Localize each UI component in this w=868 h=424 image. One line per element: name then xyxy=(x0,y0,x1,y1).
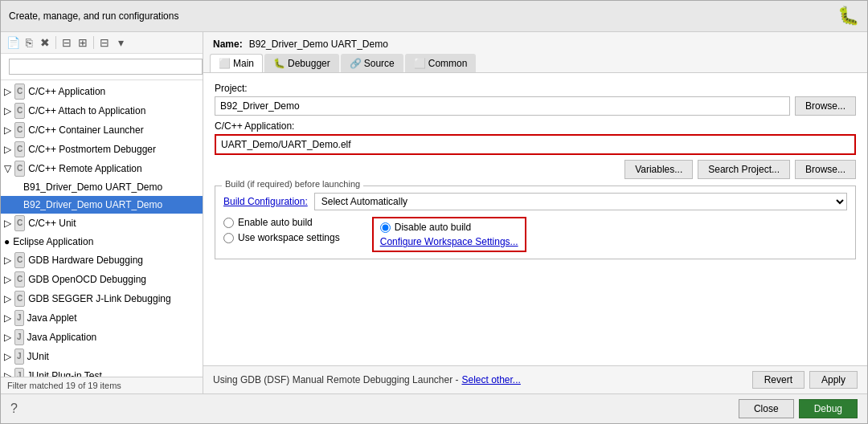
tree-item-java-app[interactable]: ▷ J Java Application xyxy=(1,328,203,347)
export-config-button[interactable]: ⊟ xyxy=(59,35,74,50)
name-label: Name: xyxy=(213,39,243,50)
radio-disable-auto-input[interactable] xyxy=(380,222,391,233)
tree-item-cc-unit[interactable]: ▷ C C/C++ Unit xyxy=(1,214,203,233)
tree-item-label: GDB Hardware Debugging xyxy=(28,253,143,267)
tab-main[interactable]: ⬜ Main xyxy=(210,54,263,72)
tree-item-label: B91_Driver_Demo UART_Demo xyxy=(23,180,162,194)
tree-item-eclipse-app[interactable]: ● Eclipse Application xyxy=(1,233,203,251)
variables-button[interactable]: Variables... xyxy=(624,160,693,179)
tree-item-cc-app[interactable]: ▷ C C/C++ Application xyxy=(1,82,203,101)
expand-arrow-icon: ▷ xyxy=(4,216,11,230)
tree-item-b92-demo[interactable]: B92_Driver_Demo UART_Demo xyxy=(1,196,203,214)
debugger-tab-icon: 🐛 xyxy=(273,58,285,69)
duplicate-config-button[interactable]: ⎘ xyxy=(22,35,36,50)
bottom-right: Revert Apply xyxy=(752,371,858,389)
highlighted-radio-section: Disable auto build Configure Workspace S… xyxy=(372,217,526,252)
cc-postmortem-icon: C xyxy=(14,141,25,157)
tree-item-java-applet[interactable]: ▷ J Java Applet xyxy=(1,308,203,328)
build-config-select[interactable]: Select Automatically xyxy=(314,193,847,210)
radio-workspace: Use workspace settings xyxy=(223,232,340,243)
toolbar-separator2 xyxy=(93,36,94,49)
radio-workspace-input[interactable] xyxy=(223,233,234,243)
radio-enable-auto-input[interactable] xyxy=(223,218,234,228)
tree-item-junit[interactable]: ▷ J JUnit xyxy=(1,347,203,366)
radio-disable-auto: Disable auto build xyxy=(380,222,518,233)
help-icon[interactable]: ? xyxy=(10,402,18,416)
revert-button[interactable]: Revert xyxy=(752,371,805,389)
content-area: Project: Browse... C/C++ Application: Va… xyxy=(203,73,867,365)
app-label: C/C++ Application: xyxy=(215,120,856,132)
main-tab-icon: ⬜ xyxy=(219,58,231,69)
search-container xyxy=(1,54,203,80)
tab-source[interactable]: 🔗 Source xyxy=(341,54,403,72)
radio-disable-auto-label: Disable auto build xyxy=(395,222,471,233)
menu-button[interactable]: ▾ xyxy=(113,35,128,50)
tab-common-label: Common xyxy=(428,58,468,69)
filter-text: Filter matched 19 of 19 items xyxy=(7,381,121,390)
tree-item-gdb-ocd[interactable]: ▷ C GDB OpenOCD Debugging xyxy=(1,270,203,289)
app-input[interactable] xyxy=(215,134,856,155)
app-browse-button[interactable]: Browse... xyxy=(795,160,856,179)
import-config-button[interactable]: ⊞ xyxy=(76,35,90,50)
bottom-bar: Using GDB (DSF) Manual Remote Debugging … xyxy=(203,365,867,393)
tree-item-junit-plugin[interactable]: ▷ J JUnit Plug-in Test xyxy=(1,366,203,377)
app-row xyxy=(215,134,856,155)
tree-item-gdb-seg[interactable]: ▷ C GDB SEGGER J-Link Debugging xyxy=(1,289,203,308)
tree-item-label: C/C++ Container Launcher xyxy=(28,123,143,137)
close-button[interactable]: Close xyxy=(739,399,794,418)
tree-item-b91-demo[interactable]: B91_Driver_Demo UART_Demo xyxy=(1,178,203,196)
left-toolbar: 📄 ⎘ ✖ ⊟ ⊞ ⊟ ▾ xyxy=(1,32,203,54)
tree-item-label: Java Applet xyxy=(27,311,77,325)
configure-workspace-link[interactable]: Configure Workspace Settings... xyxy=(380,236,518,247)
search-project-button[interactable]: Search Project... xyxy=(698,160,790,179)
tree-item-label: C/C++ Attach to Application xyxy=(28,104,145,118)
apply-button[interactable]: Apply xyxy=(809,371,858,389)
radio-enable-auto-label: Enable auto build xyxy=(238,217,313,228)
build-section-title: Build (if required) before launching xyxy=(222,179,363,189)
source-tab-icon: 🔗 xyxy=(350,58,362,69)
expand-arrow-icon: ▽ xyxy=(4,161,11,176)
cc-unit-icon: C xyxy=(14,215,25,231)
select-other-link[interactable]: Select other... xyxy=(461,374,520,385)
project-browse-button[interactable]: Browse... xyxy=(795,96,856,116)
bottom-left: Using GDB (DSF) Manual Remote Debugging … xyxy=(213,374,521,385)
build-section: Build (if required) before launching Bui… xyxy=(215,186,856,259)
radio-group: Enable auto build Use workspace settings xyxy=(223,217,847,252)
gdb-seg-icon: C xyxy=(14,291,25,307)
cc-remote-icon: C xyxy=(14,161,25,177)
new-config-button[interactable]: 📄 xyxy=(6,35,20,50)
cc-attach-icon: C xyxy=(14,103,25,119)
project-input[interactable] xyxy=(215,96,790,116)
delete-config-button[interactable]: ✖ xyxy=(38,35,52,50)
debug-button[interactable]: Debug xyxy=(799,399,858,418)
expand-arrow-icon: ▷ xyxy=(4,369,11,377)
dialog-footer: ? Close Debug xyxy=(1,393,867,423)
search-input[interactable] xyxy=(9,59,203,75)
tree-item-label: GDB OpenOCD Debugging xyxy=(28,272,146,287)
tree-item-cc-remote[interactable]: ▽ C C/C++ Remote Application xyxy=(1,159,203,178)
run-configurations-dialog: Create, manage, and run configurations 🐛… xyxy=(0,0,868,424)
junit-icon: J xyxy=(14,349,24,365)
tree-item-cc-attach[interactable]: ▷ C C/C++ Attach to Application xyxy=(1,101,203,120)
tree-item-label: B92_Driver_Demo UART_Demo xyxy=(23,198,162,212)
tab-common[interactable]: ⬜ Common xyxy=(405,54,477,72)
junit-plugin-icon: J xyxy=(14,368,24,377)
cc-container-icon: C xyxy=(14,122,25,138)
radio-enable-auto: Enable auto build xyxy=(223,217,340,228)
tree-item-gdb-hw[interactable]: ▷ C GDB Hardware Debugging xyxy=(1,251,203,270)
tree-item-label: C/C++ Remote Application xyxy=(28,161,141,176)
tree-item-label: C/C++ Application xyxy=(28,84,105,99)
tree-item-cc-postmortem[interactable]: ▷ C C/C++ Postmortem Debugger xyxy=(1,140,203,159)
dialog-title-bar: Create, manage, and run configurations 🐛 xyxy=(1,1,867,32)
gdb-hw-icon: C xyxy=(14,252,25,268)
build-config-label[interactable]: Build Configuration: xyxy=(223,196,308,207)
tree-item-cc-container[interactable]: ▷ C C/C++ Container Launcher xyxy=(1,120,203,140)
expand-arrow-icon: ▷ xyxy=(4,292,11,306)
project-label: Project: xyxy=(215,83,856,94)
expand-arrow-icon: ▷ xyxy=(4,311,11,325)
tab-debugger[interactable]: 🐛 Debugger xyxy=(264,54,339,72)
tab-debugger-label: Debugger xyxy=(288,58,330,69)
collapse-all-button[interactable]: ⊟ xyxy=(97,35,112,50)
tree-item-label: C/C++ Unit xyxy=(28,216,76,230)
expand-arrow-icon: ▷ xyxy=(4,104,11,118)
